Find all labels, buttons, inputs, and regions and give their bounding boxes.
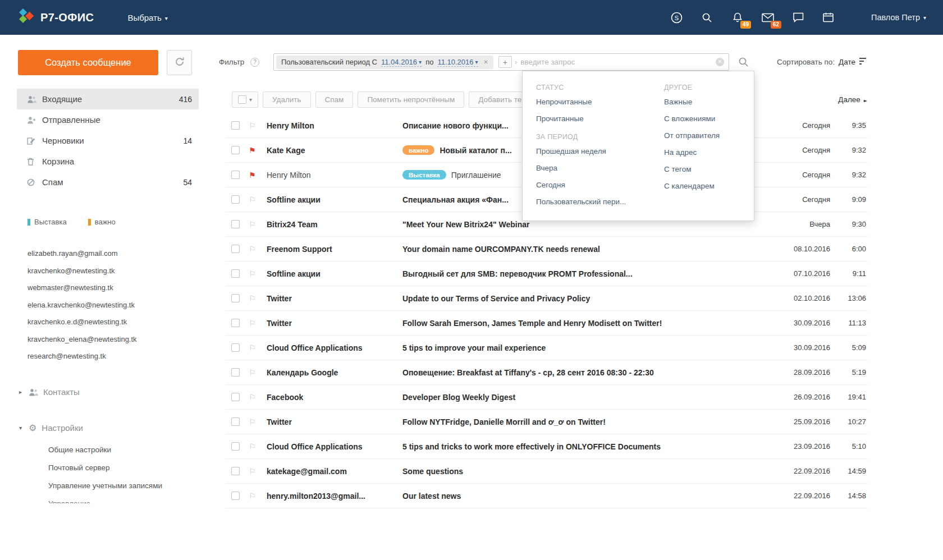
calendar-icon[interactable] bbox=[822, 11, 835, 24]
dropdown-item[interactable]: С вложениями bbox=[664, 111, 754, 127]
toolbar-button[interactable]: Пометить непрочтённым bbox=[358, 91, 464, 108]
email-checkbox[interactable] bbox=[231, 368, 240, 377]
sidebar-folder-trash[interactable]: Корзина bbox=[17, 151, 199, 172]
compose-button[interactable]: Создать сообщение bbox=[18, 50, 158, 75]
flag-icon[interactable]: ⚐ bbox=[249, 121, 258, 130]
chevron-down-icon[interactable] bbox=[19, 425, 24, 431]
sidebar-folder-drafts[interactable]: Черновики14 bbox=[17, 130, 199, 151]
dropdown-item[interactable]: Прочитанные bbox=[536, 111, 664, 127]
email-checkbox[interactable] bbox=[231, 492, 240, 500]
email-checkbox[interactable] bbox=[231, 417, 240, 426]
filter-chip[interactable]: Пользовательский период С 11.04.2016 по … bbox=[276, 56, 493, 69]
chevron-right-icon[interactable] bbox=[19, 389, 24, 395]
tag-legend-item[interactable]: важно bbox=[88, 218, 116, 226]
user-menu[interactable]: Павлов Петр bbox=[871, 13, 926, 22]
settings-subitem[interactable]: Почтовый сервер bbox=[48, 459, 162, 477]
clear-search-icon[interactable] bbox=[716, 58, 724, 66]
tag-legend-item[interactable]: Выставка bbox=[28, 218, 67, 226]
flag-icon[interactable]: ⚐ bbox=[249, 417, 258, 426]
email-checkbox[interactable] bbox=[231, 245, 240, 253]
dropdown-item[interactable]: Прошедшая неделя bbox=[536, 143, 664, 160]
select-all-checkbox[interactable] bbox=[238, 95, 246, 104]
flag-icon[interactable]: ⚑ bbox=[249, 146, 258, 155]
flag-icon[interactable]: ⚐ bbox=[249, 492, 258, 501]
flag-icon[interactable]: ⚐ bbox=[249, 245, 258, 254]
flag-icon[interactable]: ⚐ bbox=[249, 269, 258, 278]
email-checkbox[interactable] bbox=[231, 393, 240, 401]
email-checkbox[interactable] bbox=[231, 121, 240, 130]
email-checkbox[interactable] bbox=[231, 442, 240, 451]
dropdown-item[interactable]: Важные bbox=[664, 94, 754, 111]
email-row[interactable]: ⚐henry.milton2013@gmail...Our latest new… bbox=[226, 484, 867, 508]
sidebar-item-settings[interactable]: ⚙ Настройки bbox=[19, 423, 83, 433]
settings-subitem[interactable]: Управление ... bbox=[48, 495, 162, 503]
email-row[interactable]: ⚐Календарь GoogleОповещение: Breakfast a… bbox=[226, 360, 867, 385]
flag-icon[interactable]: ⚐ bbox=[249, 294, 258, 303]
email-row[interactable]: ⚐Freenom SupportYour domain name OURCOMP… bbox=[226, 237, 867, 261]
sidebar-address[interactable]: kravchenko.e.d@newtesting.tk bbox=[28, 314, 137, 331]
sort-control[interactable]: Сортировать по: Дате bbox=[777, 58, 867, 66]
flag-icon[interactable]: ⚐ bbox=[249, 442, 258, 451]
email-checkbox[interactable] bbox=[231, 294, 240, 302]
dropdown-item[interactable]: Пользовательский пери... bbox=[536, 194, 664, 210]
dropdown-item[interactable]: Сегодня bbox=[536, 177, 664, 194]
email-row[interactable]: ⚐katekage@gmail.comSome questions22.09.2… bbox=[226, 459, 867, 484]
flag-icon[interactable]: ⚐ bbox=[249, 343, 258, 352]
sidebar-address[interactable]: kravchenko_elena@newtesting.tk bbox=[28, 331, 137, 348]
settings-subitem[interactable]: Управление учетными записями bbox=[48, 477, 162, 495]
sidebar-folder-spam[interactable]: Спам54 bbox=[17, 172, 199, 192]
refresh-button[interactable] bbox=[167, 50, 192, 75]
flag-icon[interactable]: ⚐ bbox=[249, 368, 258, 377]
email-checkbox[interactable] bbox=[231, 343, 240, 352]
search-icon[interactable] bbox=[701, 11, 714, 24]
next-page-button[interactable]: Далее bbox=[838, 95, 867, 104]
dropdown-item[interactable]: С календарем bbox=[664, 178, 754, 195]
flag-icon[interactable]: ⚐ bbox=[249, 319, 258, 328]
flag-icon[interactable]: ⚐ bbox=[249, 195, 258, 204]
feed-icon[interactable]: 49 bbox=[731, 11, 744, 24]
date-to-link[interactable]: 11.10.2016 bbox=[437, 58, 478, 67]
sidebar-address[interactable]: research@newtesting.tk bbox=[28, 348, 137, 365]
flag-icon[interactable]: ⚐ bbox=[249, 467, 258, 476]
sidebar-address[interactable]: kravchenko@newtesting.tk bbox=[28, 263, 137, 280]
select-all-dropdown[interactable] bbox=[232, 91, 258, 108]
dropdown-item[interactable]: С тегом bbox=[664, 161, 754, 178]
sidebar-address[interactable]: webmaster@newtesting.tk bbox=[28, 279, 137, 297]
sidebar-address[interactable]: elizabeth.rayan@gmail.com bbox=[28, 245, 137, 263]
chat-icon[interactable] bbox=[791, 11, 805, 24]
dropdown-item[interactable]: От отправителя bbox=[664, 127, 754, 144]
email-row[interactable]: ⚐Cloud Office Applications5 tips to impr… bbox=[226, 336, 867, 360]
email-row[interactable]: ⚐TwitterUpdate to our Terms of Service a… bbox=[226, 286, 867, 311]
s-circle-icon[interactable]: S bbox=[670, 11, 684, 24]
email-checkbox[interactable] bbox=[231, 171, 240, 179]
search-query-input[interactable] bbox=[519, 57, 716, 67]
sidebar-item-contacts[interactable]: Контакты bbox=[19, 387, 80, 397]
mail-icon[interactable]: 62 bbox=[761, 11, 775, 24]
sidebar-address[interactable]: elena.kravchenko@newtesting.tk bbox=[28, 297, 137, 314]
email-row[interactable]: ⚐Softline акцииВыгодный сет для SMB: пер… bbox=[226, 261, 867, 286]
date-from-link[interactable]: 11.04.2016 bbox=[381, 58, 422, 67]
dropdown-item[interactable]: Непрочитанные bbox=[536, 94, 664, 111]
sort-direction-icon[interactable] bbox=[859, 58, 867, 66]
flag-icon[interactable]: ⚑ bbox=[249, 171, 258, 180]
help-icon[interactable] bbox=[250, 58, 259, 67]
email-row[interactable]: ⚐TwitterFollow NYTFridge, Danielle Morri… bbox=[226, 410, 867, 434]
email-checkbox[interactable] bbox=[231, 467, 240, 475]
email-checkbox[interactable] bbox=[231, 195, 240, 204]
add-filter-button[interactable]: + bbox=[498, 56, 512, 68]
flag-icon[interactable]: ⚐ bbox=[249, 393, 258, 402]
toolbar-button[interactable]: Спам bbox=[315, 91, 354, 108]
flag-icon[interactable]: ⚐ bbox=[249, 220, 258, 229]
dropdown-item[interactable]: На адрес bbox=[664, 144, 754, 161]
email-row[interactable]: ⚐Cloud Office Applications5 tips and tri… bbox=[226, 434, 867, 459]
email-row[interactable]: ⚐TwitterFollow Sarah Emerson, James Temp… bbox=[226, 311, 867, 336]
email-checkbox[interactable] bbox=[231, 146, 240, 154]
email-checkbox[interactable] bbox=[231, 269, 240, 278]
settings-subitem[interactable]: Общие настройки bbox=[48, 441, 162, 459]
filter-search-icon[interactable] bbox=[738, 57, 749, 70]
dropdown-item[interactable]: Вчера bbox=[536, 160, 664, 177]
filter-box[interactable]: Пользовательский период С 11.04.2016 по … bbox=[273, 53, 729, 71]
sidebar-folder-inbox[interactable]: Входящие416 bbox=[17, 89, 199, 109]
sidebar-folder-sent[interactable]: Отправленные bbox=[17, 109, 199, 130]
select-menu-button[interactable]: Выбрать bbox=[127, 13, 167, 22]
